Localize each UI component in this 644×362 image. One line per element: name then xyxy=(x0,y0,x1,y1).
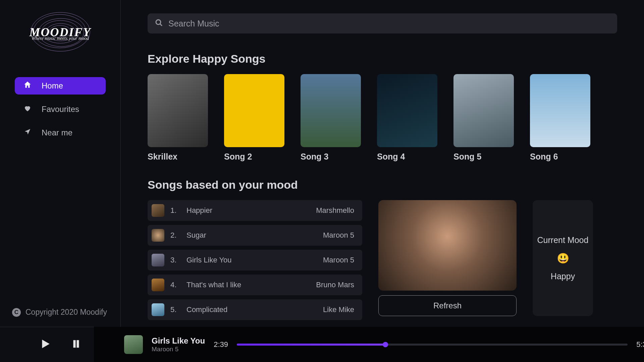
song-card-title: Song 4 xyxy=(377,152,437,162)
song-thumb xyxy=(152,254,164,266)
home-icon xyxy=(23,80,32,91)
progress-knob[interactable] xyxy=(383,342,388,347)
refresh-button[interactable]: Refresh xyxy=(378,295,517,316)
song-card-title: Song 6 xyxy=(530,152,590,162)
song-thumb xyxy=(152,303,164,316)
song-row[interactable]: 2. Sugar Maroon 5 xyxy=(148,225,362,246)
sidebar-item-label: Home xyxy=(42,81,63,90)
now-playing-artist: Maroon 5 xyxy=(152,346,205,353)
song-index: 5. xyxy=(170,305,182,314)
copyright-text: Copyright 2020 Moodify xyxy=(25,308,107,317)
song-artwork xyxy=(301,74,361,147)
explore-heading: Explore Happy Songs xyxy=(148,52,617,65)
now-playing-title: Girls Like You xyxy=(152,336,205,346)
heart-icon xyxy=(23,104,32,114)
song-artwork xyxy=(453,74,514,147)
total-time: 5:32 xyxy=(636,340,644,349)
song-name: Sugar xyxy=(186,231,206,240)
now-playing-bar: Girls Like You Maroon 5 2:39 5:32 xyxy=(94,327,644,362)
song-card-title: Song 2 xyxy=(224,152,284,162)
song-index: 3. xyxy=(170,256,182,264)
song-index: 2. xyxy=(170,231,182,240)
song-name: That's what I like xyxy=(186,281,241,289)
search-input[interactable] xyxy=(168,19,610,28)
song-name: Girls Like You xyxy=(186,256,232,264)
now-playing-artwork xyxy=(124,335,143,354)
pause-button[interactable] xyxy=(70,338,82,351)
current-mood-panel: Current Mood 😃 Happy xyxy=(533,200,593,316)
elapsed-time: 2:39 xyxy=(214,340,228,349)
song-artist: Maroon 5 xyxy=(323,256,354,264)
song-thumb xyxy=(152,204,164,217)
song-artwork xyxy=(148,74,208,147)
song-name: Happier xyxy=(186,206,212,215)
song-artist: Maroon 5 xyxy=(323,231,354,240)
song-card-title: Song 5 xyxy=(453,152,514,162)
song-card[interactable]: Song 3 xyxy=(301,74,361,162)
song-artist: Like Mike xyxy=(323,305,354,314)
song-row[interactable]: 5. Complicated Like Mike xyxy=(148,299,362,320)
song-card[interactable]: Song 2 xyxy=(224,74,284,162)
explore-cards: Skrillex Song 2 Song 3 Song 4 Song 5 Son… xyxy=(148,74,617,162)
svg-point-6 xyxy=(156,20,161,24)
sidebar-item-label: Near me xyxy=(42,128,72,137)
song-card[interactable]: Song 4 xyxy=(377,74,437,162)
current-mood-value: Happy xyxy=(551,272,575,281)
current-mood-label: Current Mood xyxy=(537,235,589,245)
progress-bar[interactable] xyxy=(237,344,628,346)
search-icon xyxy=(155,19,163,28)
app-logo: MOODIFY Where music meets your mood xyxy=(0,10,120,54)
play-button[interactable] xyxy=(39,338,52,352)
search-bar[interactable] xyxy=(148,13,617,34)
location-arrow-icon xyxy=(23,128,32,137)
song-card-title: Skrillex xyxy=(148,152,208,162)
sidebar-item-near-me[interactable]: Near me xyxy=(15,124,106,141)
main-content: Explore Happy Songs Skrillex Song 2 Song… xyxy=(121,0,644,362)
song-index: 4. xyxy=(170,281,182,289)
progress-fill xyxy=(237,344,385,346)
mood-area: 1. Happier Marshmello 2. Sugar Maroon 5 … xyxy=(148,200,617,320)
song-card[interactable]: Song 5 xyxy=(453,74,514,162)
sidebar-nav: Home Favourites Near me xyxy=(0,77,120,141)
song-card[interactable]: Song 6 xyxy=(530,74,590,162)
song-artist: Bruno Mars xyxy=(316,281,354,289)
copyright: C Copyright 2020 Moodify xyxy=(0,308,120,327)
song-row[interactable]: 1. Happier Marshmello xyxy=(148,200,362,221)
song-artist: Marshmello xyxy=(316,206,354,215)
sidebar-item-favourites[interactable]: Favourites xyxy=(15,101,106,118)
logo-text: MOODIFY xyxy=(30,25,91,39)
song-index: 1. xyxy=(170,206,182,215)
song-card-title: Song 3 xyxy=(301,152,361,162)
song-artwork xyxy=(530,74,590,147)
song-artwork xyxy=(377,74,437,147)
mood-song-list: 1. Happier Marshmello 2. Sugar Maroon 5 … xyxy=(148,200,362,320)
sidebar: MOODIFY Where music meets your mood Home… xyxy=(0,0,121,362)
song-thumb xyxy=(152,279,164,291)
mood-heading: Songs based on your mood xyxy=(148,178,617,191)
sidebar-item-label: Favourites xyxy=(42,105,79,114)
svg-line-7 xyxy=(160,24,162,26)
copyright-icon: C xyxy=(12,308,21,317)
logo-graphic: MOODIFY Where music meets your mood xyxy=(30,10,91,54)
now-playing-meta: Girls Like You Maroon 5 xyxy=(152,336,205,353)
sidebar-item-home[interactable]: Home xyxy=(15,77,106,95)
camera-column: Refresh xyxy=(378,200,517,320)
song-artwork xyxy=(224,74,284,147)
mood-emoji-icon: 😃 xyxy=(557,252,569,264)
song-name: Complicated xyxy=(186,305,227,314)
song-row[interactable]: 3. Girls Like You Maroon 5 xyxy=(148,250,362,270)
camera-preview xyxy=(378,200,517,291)
song-card[interactable]: Skrillex xyxy=(148,74,208,162)
song-thumb xyxy=(152,229,164,242)
song-row[interactable]: 4. That's what I like Bruno Mars xyxy=(148,275,362,295)
